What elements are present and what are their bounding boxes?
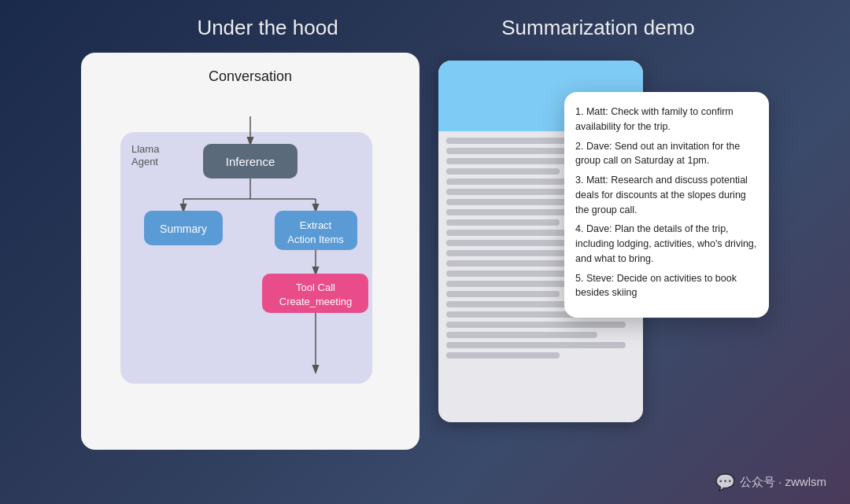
svg-text:Agent: Agent <box>131 156 158 167</box>
svg-text:Extract: Extract <box>300 219 332 231</box>
main-container: Under the hood Summarization demo Conver… <box>0 0 850 504</box>
diagram-panel: Conversation Llama Agent Inference <box>81 53 419 450</box>
svg-text:Summary: Summary <box>160 223 207 235</box>
phone-text-4 <box>446 168 560 175</box>
svg-text:Inference: Inference <box>226 155 275 168</box>
watermark-text: 公众号 · zwwlsm <box>740 475 826 490</box>
watermark: 💬 公众号 · zwwlsm <box>715 473 826 491</box>
action-item-5: 5. Steve: Decide on activities to book b… <box>575 271 758 301</box>
action-item-4: 4. Dave: Plan the details of the trip, i… <box>575 222 758 266</box>
action-items-card: 1. Matt: Check with family to confirm av… <box>564 92 769 318</box>
phone-text-16 <box>446 291 560 297</box>
right-section-title: Summarization demo <box>449 16 748 40</box>
left-section-title: Under the hood <box>102 16 433 40</box>
svg-text:Action Items: Action Items <box>287 234 344 245</box>
action-item-1: 1. Matt: Check with family to confirm av… <box>575 105 758 134</box>
phone-text-19 <box>446 322 626 328</box>
panels-row: Conversation Llama Agent Inference <box>31 53 819 450</box>
phone-text-22 <box>446 352 560 359</box>
phone-text-20 <box>446 332 597 338</box>
flow-diagram: Llama Agent Inference Summar <box>97 93 404 431</box>
phone-text-9 <box>446 219 560 226</box>
action-item-3: 3. Matt: Research and discuss potential … <box>575 173 758 217</box>
headers-row: Under the hood Summarization demo <box>31 16 819 40</box>
svg-text:Create_meeting: Create_meeting <box>279 296 353 307</box>
svg-text:Llama: Llama <box>131 143 160 155</box>
diagram-conversation-title: Conversation <box>209 68 292 85</box>
phone-text-21 <box>446 342 626 348</box>
wechat-icon: 💬 <box>715 473 735 491</box>
action-item-2: 2. Dave: Send out an invitation for the … <box>575 139 758 169</box>
svg-text:Tool Call: Tool Call <box>296 281 335 293</box>
demo-panel: 1. Matt: Check with family to confirm av… <box>438 53 769 438</box>
